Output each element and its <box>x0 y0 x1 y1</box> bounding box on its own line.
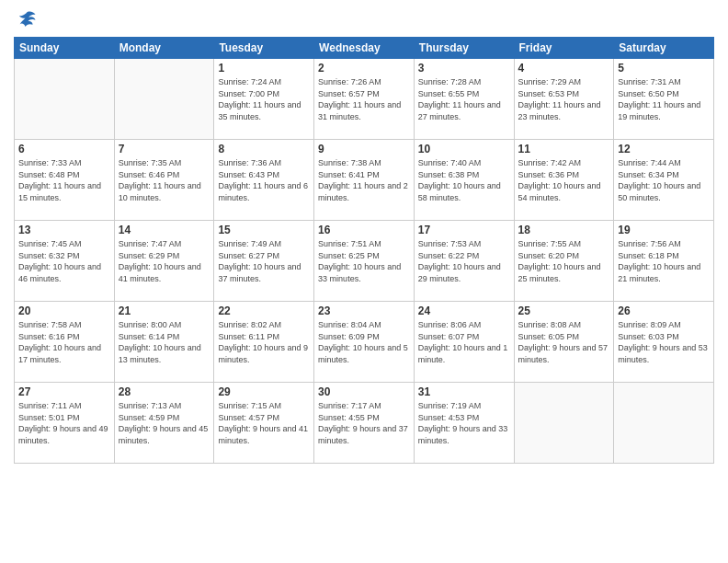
day-number: 30 <box>318 385 410 398</box>
day-number: 10 <box>418 143 510 155</box>
cell-info: Sunrise: 7:29 AM Sunset: 6:53 PM Dayligh… <box>518 76 610 122</box>
day-cell: 11Sunrise: 7:42 AM Sunset: 6:36 PM Dayli… <box>514 140 614 221</box>
day-cell: 3Sunrise: 7:28 AM Sunset: 6:55 PM Daylig… <box>414 59 514 140</box>
day-number: 16 <box>318 224 410 236</box>
day-number: 7 <box>119 143 210 155</box>
cell-info: Sunrise: 7:19 AM Sunset: 4:53 PM Dayligh… <box>418 400 510 446</box>
day-cell: 4Sunrise: 7:29 AM Sunset: 6:53 PM Daylig… <box>514 59 614 140</box>
day-cell: 6Sunrise: 7:33 AM Sunset: 6:48 PM Daylig… <box>15 140 115 221</box>
day-cell: 26Sunrise: 8:09 AM Sunset: 6:03 PM Dayli… <box>614 302 714 383</box>
day-cell: 7Sunrise: 7:35 AM Sunset: 6:46 PM Daylig… <box>114 140 214 221</box>
day-cell: 17Sunrise: 7:53 AM Sunset: 6:22 PM Dayli… <box>414 221 514 302</box>
day-number: 9 <box>318 143 410 155</box>
day-cell: 2Sunrise: 7:26 AM Sunset: 6:57 PM Daylig… <box>314 59 415 140</box>
day-number: 18 <box>518 224 610 236</box>
week-row-1: 1Sunrise: 7:24 AM Sunset: 7:00 PM Daylig… <box>15 59 714 140</box>
day-cell: 9Sunrise: 7:38 AM Sunset: 6:41 PM Daylig… <box>314 140 415 221</box>
day-number: 14 <box>119 224 210 236</box>
day-cell: 29Sunrise: 7:15 AM Sunset: 4:57 PM Dayli… <box>214 383 314 464</box>
header-row: Sunday Monday Tuesday Wednesday Thursday… <box>15 38 714 59</box>
cell-info: Sunrise: 7:47 AM Sunset: 6:29 PM Dayligh… <box>119 238 210 284</box>
col-sunday: Sunday <box>15 38 115 59</box>
cell-info: Sunrise: 7:33 AM Sunset: 6:48 PM Dayligh… <box>18 157 110 203</box>
day-number: 11 <box>518 143 610 155</box>
col-wednesday: Wednesday <box>314 38 415 59</box>
day-number: 22 <box>218 304 310 317</box>
day-number: 5 <box>618 62 710 75</box>
cell-info: Sunrise: 8:00 AM Sunset: 6:14 PM Dayligh… <box>119 319 210 365</box>
col-monday: Monday <box>114 38 214 59</box>
cell-info: Sunrise: 7:31 AM Sunset: 6:50 PM Dayligh… <box>618 76 710 122</box>
cell-info: Sunrise: 7:24 AM Sunset: 7:00 PM Dayligh… <box>218 76 310 122</box>
day-number: 20 <box>18 304 110 317</box>
day-cell: 12Sunrise: 7:44 AM Sunset: 6:34 PM Dayli… <box>614 140 714 221</box>
cell-info: Sunrise: 7:45 AM Sunset: 6:32 PM Dayligh… <box>18 238 110 284</box>
week-row-2: 6Sunrise: 7:33 AM Sunset: 6:48 PM Daylig… <box>15 140 714 221</box>
logo <box>14 9 37 29</box>
day-number: 17 <box>418 224 510 236</box>
week-row-5: 27Sunrise: 7:11 AM Sunset: 5:01 PM Dayli… <box>15 383 714 464</box>
logo-bird-icon <box>17 9 37 29</box>
cell-info: Sunrise: 8:06 AM Sunset: 6:07 PM Dayligh… <box>418 319 510 365</box>
day-cell: 8Sunrise: 7:36 AM Sunset: 6:43 PM Daylig… <box>214 140 314 221</box>
cell-info: Sunrise: 7:38 AM Sunset: 6:41 PM Dayligh… <box>318 157 410 203</box>
cell-info: Sunrise: 7:40 AM Sunset: 6:38 PM Dayligh… <box>418 157 510 203</box>
cell-info: Sunrise: 7:44 AM Sunset: 6:34 PM Dayligh… <box>618 157 710 203</box>
cell-info: Sunrise: 7:53 AM Sunset: 6:22 PM Dayligh… <box>418 238 510 284</box>
day-number: 28 <box>119 385 210 398</box>
header <box>14 9 714 29</box>
cell-info: Sunrise: 7:26 AM Sunset: 6:57 PM Dayligh… <box>318 76 410 122</box>
cell-info: Sunrise: 8:09 AM Sunset: 6:03 PM Dayligh… <box>618 319 710 365</box>
day-cell: 14Sunrise: 7:47 AM Sunset: 6:29 PM Dayli… <box>114 221 214 302</box>
cell-info: Sunrise: 7:13 AM Sunset: 4:59 PM Dayligh… <box>119 400 210 446</box>
day-number: 2 <box>318 62 410 75</box>
cell-info: Sunrise: 7:49 AM Sunset: 6:27 PM Dayligh… <box>218 238 310 284</box>
cell-info: Sunrise: 7:36 AM Sunset: 6:43 PM Dayligh… <box>218 157 310 203</box>
day-cell: 10Sunrise: 7:40 AM Sunset: 6:38 PM Dayli… <box>414 140 514 221</box>
cell-info: Sunrise: 7:58 AM Sunset: 6:16 PM Dayligh… <box>18 319 110 365</box>
day-cell: 5Sunrise: 7:31 AM Sunset: 6:50 PM Daylig… <box>614 59 714 140</box>
day-cell: 19Sunrise: 7:56 AM Sunset: 6:18 PM Dayli… <box>614 221 714 302</box>
cell-info: Sunrise: 7:11 AM Sunset: 5:01 PM Dayligh… <box>18 400 110 446</box>
cell-info: Sunrise: 8:04 AM Sunset: 6:09 PM Dayligh… <box>318 319 410 365</box>
day-cell: 16Sunrise: 7:51 AM Sunset: 6:25 PM Dayli… <box>314 221 415 302</box>
day-cell: 24Sunrise: 8:06 AM Sunset: 6:07 PM Dayli… <box>414 302 514 383</box>
week-row-3: 13Sunrise: 7:45 AM Sunset: 6:32 PM Dayli… <box>15 221 714 302</box>
day-cell: 15Sunrise: 7:49 AM Sunset: 6:27 PM Dayli… <box>214 221 314 302</box>
col-saturday: Saturday <box>614 38 714 59</box>
day-cell: 18Sunrise: 7:55 AM Sunset: 6:20 PM Dayli… <box>514 221 614 302</box>
calendar-page: Sunday Monday Tuesday Wednesday Thursday… <box>0 0 728 563</box>
day-cell: 27Sunrise: 7:11 AM Sunset: 5:01 PM Dayli… <box>15 383 115 464</box>
day-cell: 25Sunrise: 8:08 AM Sunset: 6:05 PM Dayli… <box>514 302 614 383</box>
cell-info: Sunrise: 7:15 AM Sunset: 4:57 PM Dayligh… <box>218 400 310 446</box>
day-number: 12 <box>618 143 710 155</box>
day-cell: 28Sunrise: 7:13 AM Sunset: 4:59 PM Dayli… <box>114 383 214 464</box>
day-number: 26 <box>618 304 710 317</box>
day-number: 15 <box>218 224 310 236</box>
day-number: 8 <box>218 143 310 155</box>
day-number: 24 <box>418 304 510 317</box>
day-number: 1 <box>218 62 310 75</box>
cell-info: Sunrise: 7:56 AM Sunset: 6:18 PM Dayligh… <box>618 238 710 284</box>
day-cell <box>514 383 614 464</box>
day-cell <box>15 59 115 140</box>
cell-info: Sunrise: 7:42 AM Sunset: 6:36 PM Dayligh… <box>518 157 610 203</box>
day-cell: 30Sunrise: 7:17 AM Sunset: 4:55 PM Dayli… <box>314 383 415 464</box>
day-number: 13 <box>18 224 110 236</box>
day-number: 23 <box>318 304 410 317</box>
day-number: 4 <box>518 62 610 75</box>
day-cell: 21Sunrise: 8:00 AM Sunset: 6:14 PM Dayli… <box>114 302 214 383</box>
cell-info: Sunrise: 8:08 AM Sunset: 6:05 PM Dayligh… <box>518 319 610 365</box>
day-cell <box>614 383 714 464</box>
day-number: 21 <box>119 304 210 317</box>
cell-info: Sunrise: 8:02 AM Sunset: 6:11 PM Dayligh… <box>218 319 310 365</box>
day-cell: 20Sunrise: 7:58 AM Sunset: 6:16 PM Dayli… <box>15 302 115 383</box>
day-number: 3 <box>418 62 510 75</box>
cell-info: Sunrise: 7:35 AM Sunset: 6:46 PM Dayligh… <box>119 157 210 203</box>
day-cell: 22Sunrise: 8:02 AM Sunset: 6:11 PM Dayli… <box>214 302 314 383</box>
week-row-4: 20Sunrise: 7:58 AM Sunset: 6:16 PM Dayli… <box>15 302 714 383</box>
day-number: 19 <box>618 224 710 236</box>
day-cell: 31Sunrise: 7:19 AM Sunset: 4:53 PM Dayli… <box>414 383 514 464</box>
day-number: 6 <box>18 143 110 155</box>
day-number: 29 <box>218 385 310 398</box>
